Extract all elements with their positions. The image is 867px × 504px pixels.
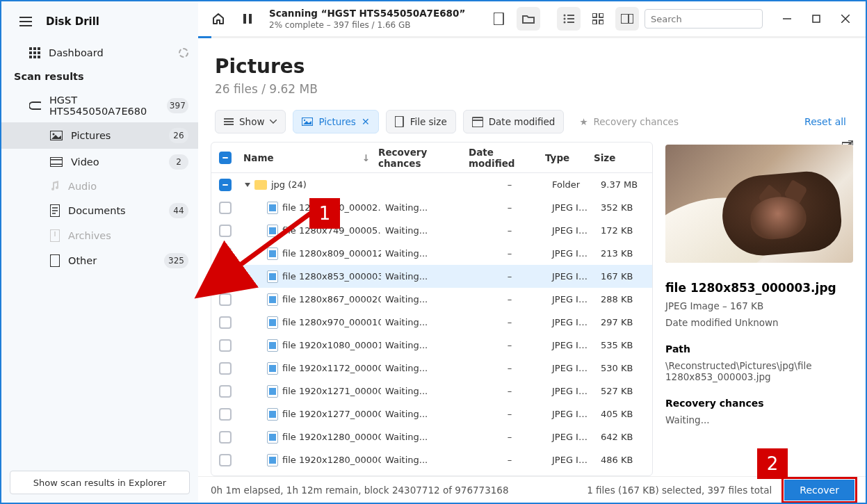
file-row[interactable]: file 1280x970_000010... Waiting... – JPE… (211, 311, 652, 334)
file-row[interactable]: file 1920x1280_00000... Waiting... – JPE… (211, 425, 652, 448)
sidebar-item-documents[interactable]: Documents 44 (1, 197, 198, 224)
preview-rc-label: Recovery chances (665, 398, 853, 409)
file-icon (267, 316, 278, 329)
row-date: – (471, 363, 548, 373)
row-checkbox[interactable] (219, 293, 232, 306)
row-checkbox[interactable] (219, 431, 232, 444)
nav-dashboard-label: Dashboard (49, 47, 104, 58)
file-row[interactable]: file 1280x867_000020... Waiting... – JPE… (211, 288, 652, 311)
col-recovery[interactable]: Recovery chances (374, 147, 464, 169)
row-recovery: Waiting... (381, 409, 471, 419)
row-size: 172 KB (597, 225, 652, 236)
file-view-button[interactable] (487, 7, 511, 31)
close-button[interactable] (834, 9, 857, 29)
grid-icon (29, 47, 40, 58)
row-checkbox[interactable] (219, 179, 232, 191)
filter-date-modified[interactable]: Date modified (463, 110, 565, 133)
sidebar-item-label: Audio (68, 181, 97, 192)
grid-view-button[interactable] (586, 7, 610, 31)
file-row[interactable]: file 1920x1271_00000... Waiting... – JPE… (211, 380, 652, 403)
filter-pictures-chip[interactable]: Pictures ✕ (293, 110, 378, 133)
minimize-button[interactable] (775, 9, 799, 29)
search-input[interactable] (651, 14, 769, 24)
row-checkbox[interactable] (219, 316, 232, 329)
col-date[interactable]: Date modified (464, 147, 541, 169)
row-checkbox[interactable] (219, 362, 232, 375)
search-box[interactable] (645, 9, 763, 29)
row-date: – (471, 179, 548, 190)
row-checkbox[interactable] (219, 339, 232, 352)
folder-view-button[interactable] (517, 7, 540, 31)
row-date: – (471, 248, 548, 259)
page-title: Pictures (215, 55, 849, 78)
show-dropdown[interactable]: Show (215, 110, 286, 133)
filter-recovery-chances[interactable]: ★ Recovery chances (571, 110, 687, 133)
row-type: JPEG Im... (548, 248, 597, 259)
filter-file-size[interactable]: File size (386, 110, 456, 133)
file-row[interactable]: file 1920x1280_00000... Waiting... – JPE… (211, 448, 652, 471)
statusbar: 0h 1m elapsed, 1h 12m remain, block 2430… (198, 476, 866, 503)
nav-dashboard[interactable]: Dashboard (1, 42, 198, 64)
svg-rect-4 (33, 51, 36, 54)
row-date: – (471, 317, 548, 327)
file-row[interactable]: file 1920x1080_00001... Waiting... – JPE… (211, 334, 652, 357)
sidebar-item-video[interactable]: Video 2 (1, 149, 198, 175)
svg-rect-32 (599, 13, 603, 17)
row-checkbox[interactable] (219, 385, 232, 398)
reset-all-link[interactable]: Reset all (804, 116, 846, 127)
pause-button[interactable] (236, 7, 259, 31)
row-recovery: Waiting... (381, 386, 471, 396)
show-in-explorer-button[interactable]: Show scan results in Explorer (10, 471, 190, 494)
grid-icon (592, 13, 603, 24)
preview-filename: file 1280x853_000003.jpg (665, 281, 853, 295)
sidebar-item-audio[interactable]: Audio (1, 175, 198, 197)
select-all-checkbox[interactable] (219, 152, 232, 164)
svg-rect-35 (621, 14, 633, 24)
folder-row[interactable]: jpg (24) – Folder 9.37 MB (211, 173, 652, 196)
maximize-button[interactable] (804, 9, 828, 29)
sidebar-item-other[interactable]: Other 325 (1, 247, 198, 274)
row-checkbox[interactable] (219, 454, 232, 466)
sidebar-item-pictures[interactable]: Pictures 26 (1, 122, 198, 149)
col-size[interactable]: Size (590, 152, 645, 163)
file-row[interactable]: file 1920x1277_00000... Waiting... – JPE… (211, 403, 652, 425)
home-icon (212, 13, 225, 25)
row-checkbox[interactable] (219, 408, 232, 421)
video-icon (50, 157, 63, 167)
file-row[interactable]: file 1920x1172_00000... Waiting... – JPE… (211, 357, 652, 380)
file-icon (50, 254, 60, 267)
svg-rect-5 (38, 51, 40, 54)
count-badge: 325 (164, 253, 188, 268)
expand-icon[interactable] (245, 183, 250, 187)
sidebar-item-disk[interactable]: HGST HTS545050A7E680 397 (1, 89, 198, 122)
sidebar-item-label: HGST HTS545050A7E680 (49, 95, 159, 117)
remove-chip-icon[interactable]: ✕ (362, 116, 370, 127)
scan-title: Scanning “HGST HTS545050A7E680” (269, 8, 465, 19)
panel-view-button[interactable] (615, 7, 639, 31)
row-type: JPEG Im... (548, 363, 597, 373)
row-name: file 1920x1080_00001... (282, 340, 381, 350)
svg-rect-24 (494, 13, 503, 25)
row-type: JPEG Im... (548, 225, 597, 236)
home-button[interactable] (206, 7, 230, 31)
recover-button[interactable]: Recover (784, 480, 854, 501)
archive-icon (50, 229, 60, 242)
svg-point-27 (564, 18, 566, 20)
status-left: 0h 1m elapsed, 1h 12m remain, block 2430… (211, 485, 509, 496)
svg-line-52 (234, 209, 317, 270)
col-name[interactable]: Name ↓ (239, 152, 374, 163)
sidebar-item-archives[interactable]: Archives (1, 224, 198, 247)
col-type[interactable]: Type (541, 152, 590, 163)
svg-rect-33 (592, 20, 597, 24)
file-icon (395, 116, 405, 127)
svg-rect-31 (592, 13, 597, 17)
hamburger-menu[interactable] (14, 10, 38, 33)
svg-point-11 (53, 133, 55, 136)
page-subtitle: 26 files / 9.62 MB (215, 82, 849, 96)
file-icon (267, 293, 278, 306)
list-view-button[interactable] (557, 7, 581, 31)
row-date: – (471, 432, 548, 442)
row-name: file 1920x1172_00000... (282, 363, 381, 373)
sidebar-item-label: Other (68, 255, 97, 266)
row-recovery: Waiting... (381, 340, 471, 350)
